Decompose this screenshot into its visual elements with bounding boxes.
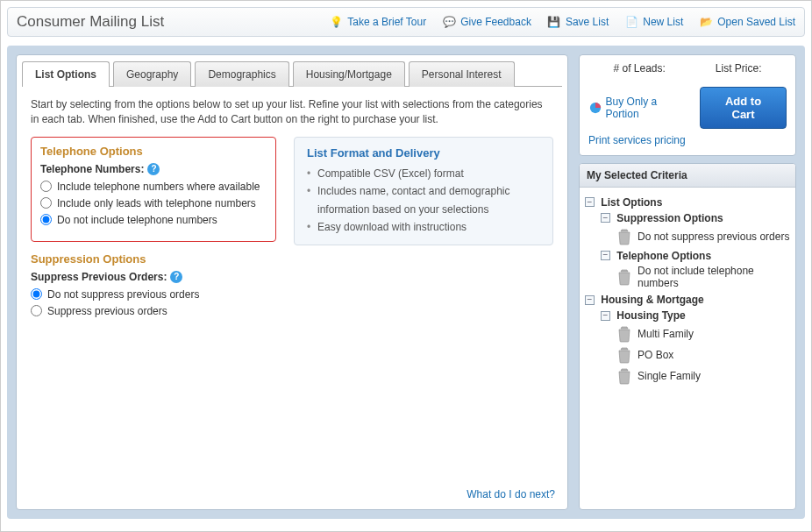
tree-toggle[interactable]: − — [601, 213, 610, 223]
tree-children: Do not suppress previous orders — [616, 228, 790, 245]
floppy-disk-icon: 💾 — [547, 15, 561, 29]
tree-leaf-telephone: Do not include telephone numbers — [616, 265, 790, 289]
header-links: 💡 Take a Brief Tour 💬 Give Feedback 💾 Sa… — [329, 15, 795, 29]
telephone-radio-3-label: Do not include telephone numbers — [57, 214, 217, 226]
tree-leaf-po-box: PO Box — [616, 346, 790, 364]
suppress-radio-1-input[interactable] — [31, 288, 42, 300]
suppress-radio-1-label: Do not suppress previous orders — [47, 288, 199, 301]
tree-node-housing: − Housing & Mortgage − Housing Type — [585, 293, 790, 385]
tab-geography[interactable]: Geography — [113, 61, 191, 87]
intro-text: Start by selecting from the options belo… — [31, 97, 553, 128]
telephone-radio-include-available[interactable]: Include telephone numbers where availabl… — [40, 181, 267, 193]
page-header: Consumer Mailing List 💡 Take a Brief Tou… — [7, 7, 805, 37]
price-label: List Price: — [716, 62, 762, 74]
tree-children: − Suppression Options Do not suppress pr… — [601, 211, 790, 290]
metrics-row: # of Leads: List Price: — [588, 62, 787, 82]
tab-housing-mortgage[interactable]: Housing/Mortgage — [293, 61, 405, 87]
tab-list-options[interactable]: List Options — [22, 61, 110, 87]
page-title: Consumer Mailing List — [17, 13, 164, 31]
print-services-pricing-link[interactable]: Print services pricing — [588, 134, 686, 146]
trash-icon[interactable] — [616, 346, 632, 364]
save-list-label: Save List — [566, 16, 609, 28]
list-format-bullets: Compatible CSV (Excel) format Includes n… — [307, 165, 540, 237]
suppress-radio-do-not[interactable]: Do not suppress previous orders — [31, 288, 276, 301]
tree-node-telephone: − Telephone Options Do not include telep… — [601, 249, 790, 290]
help-icon[interactable]: ? — [170, 271, 182, 283]
telephone-numbers-label: Telephone Numbers: ? — [40, 163, 267, 175]
suppression-options-block: Suppression Options Suppress Previous Or… — [31, 252, 276, 317]
tree-label-suppression: Suppression Options — [616, 212, 723, 224]
save-list-link[interactable]: 💾 Save List — [547, 15, 609, 29]
take-tour-link[interactable]: 💡 Take a Brief Tour — [329, 15, 426, 29]
new-list-label: New List — [643, 16, 683, 28]
tree-toggle[interactable]: − — [601, 311, 610, 321]
telephone-radio-1-input[interactable] — [40, 181, 52, 192]
open-saved-list-link[interactable]: 📂 Open Saved List — [699, 15, 795, 29]
trash-icon[interactable] — [616, 268, 632, 286]
tree-children: Multi Family PO Box — [616, 325, 790, 385]
telephone-radio-2-label: Include only leads with telephone number… — [57, 197, 256, 209]
telephone-radio-include-only[interactable]: Include only leads with telephone number… — [40, 197, 267, 209]
suppress-radio-2-input[interactable] — [31, 305, 42, 316]
open-saved-list-label: Open Saved List — [717, 16, 795, 28]
tab-content: Start by selecting from the options belo… — [17, 87, 567, 332]
tab-personal-interest[interactable]: Personal Interest — [409, 61, 515, 87]
give-feedback-link[interactable]: 💬 Give Feedback — [442, 15, 531, 29]
pie-chart-icon — [588, 101, 602, 115]
new-list-link[interactable]: 📄 New List — [624, 15, 683, 29]
tree-label-housing-type: Housing Type — [616, 309, 685, 322]
actions-row: Buy Only a Portion Add to Cart — [588, 87, 787, 129]
suppress-previous-label-text: Suppress Previous Orders: — [31, 271, 167, 283]
tree-label-housing: Housing & Mortgage — [601, 294, 703, 306]
trash-icon[interactable] — [616, 228, 632, 245]
telephone-section-title: Telephone Options — [40, 145, 267, 158]
speech-bubble-icon: 💬 — [442, 15, 456, 29]
telephone-radio-2-input[interactable] — [40, 197, 52, 209]
content-body: List Options Geography Demographics Hous… — [7, 46, 805, 519]
add-to-cart-button[interactable]: Add to Cart — [700, 87, 787, 129]
tree-node-suppression: − Suppression Options Do not suppress pr… — [601, 211, 790, 245]
tree-label-telephone: Telephone Options — [616, 249, 711, 261]
selected-criteria-header: My Selected Criteria — [580, 164, 795, 188]
tree-children: − Housing Type Multi Family — [601, 309, 790, 385]
telephone-radio-1-label: Include telephone numbers where availabl… — [57, 181, 260, 193]
telephone-radio-do-not-include[interactable]: Do not include telephone numbers — [40, 214, 267, 226]
criteria-tree: − List Options − Suppression Options — [580, 188, 795, 394]
suppress-previous-label: Suppress Previous Orders: ? — [31, 271, 276, 283]
tree-leaf-suppression-label: Do not suppress previous orders — [637, 231, 789, 243]
trash-icon[interactable] — [616, 325, 632, 343]
buy-portion-link[interactable]: Buy Only a Portion — [588, 96, 691, 120]
tree-toggle[interactable]: − — [601, 251, 610, 260]
trash-icon[interactable] — [616, 367, 632, 385]
telephone-radio-3-input[interactable] — [40, 214, 52, 225]
what-do-i-do-next-link[interactable]: What do I do next? — [467, 488, 555, 500]
tree-leaf-single-family: Single Family — [616, 367, 790, 385]
options-right-column: List Format and Delivery Compatible CSV … — [294, 137, 553, 246]
main-panel: List Options Geography Demographics Hous… — [16, 54, 568, 510]
open-document-icon: 📂 — [699, 15, 713, 29]
summary-box: # of Leads: List Price: Buy Only a Porti… — [579, 54, 796, 156]
options-left-column: Telephone Options Telephone Numbers: ? I… — [31, 137, 276, 322]
telephone-numbers-label-text: Telephone Numbers: — [40, 163, 144, 175]
tree-toggle[interactable]: − — [585, 197, 595, 207]
give-feedback-label: Give Feedback — [460, 16, 531, 28]
new-document-icon: 📄 — [624, 15, 638, 29]
tree-label-list-options: List Options — [601, 196, 662, 209]
list-format-panel: List Format and Delivery Compatible CSV … — [294, 137, 553, 246]
buy-portion-label: Buy Only a Portion — [606, 96, 691, 120]
tree-leaf-multi-family: Multi Family — [616, 325, 790, 343]
tab-strip: List Options Geography Demographics Hous… — [17, 55, 567, 86]
tree-leaf-suppression: Do not suppress previous orders — [616, 228, 790, 245]
tree-leaf-po-box-label: PO Box — [637, 349, 673, 361]
tree-toggle[interactable]: − — [585, 295, 595, 305]
telephone-options-highlight: Telephone Options Telephone Numbers: ? I… — [31, 137, 276, 242]
tree-node-list-options: − List Options − Suppression Options — [585, 195, 790, 289]
tab-demographics[interactable]: Demographics — [195, 61, 288, 87]
suppress-radio-suppress[interactable]: Suppress previous orders — [31, 305, 276, 317]
tree-node-housing-type: − Housing Type Multi Family — [601, 309, 790, 385]
list-format-bullet-1: Compatible CSV (Excel) format — [307, 165, 540, 182]
app-window: Consumer Mailing List 💡 Take a Brief Tou… — [0, 0, 812, 532]
help-icon[interactable]: ? — [147, 163, 160, 175]
options-columns: Telephone Options Telephone Numbers: ? I… — [31, 137, 553, 322]
list-format-title: List Format and Delivery — [307, 146, 540, 160]
